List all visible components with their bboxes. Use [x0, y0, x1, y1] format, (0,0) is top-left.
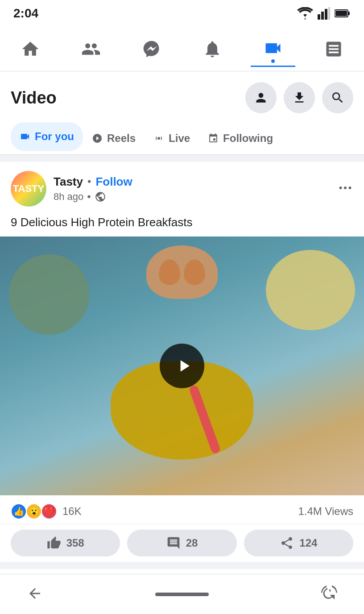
bottom-bar — [0, 574, 364, 614]
egg-1 — [159, 259, 180, 285]
globe-icon — [95, 191, 106, 203]
like-count: 358 — [66, 537, 84, 549]
tabs-row: For you Reels Live Following — [11, 122, 353, 154]
svg-point-7 — [157, 137, 160, 140]
more-options-button-1[interactable] — [337, 180, 353, 198]
reaction-emojis-1: 👍 😮 ❤️ 16K — [11, 503, 82, 519]
status-icons — [297, 7, 351, 20]
rotate-button[interactable] — [321, 585, 337, 603]
post-text-1: 9 Delicious High Protein Breakfasts — [0, 212, 364, 236]
share-icon — [280, 536, 294, 550]
tab-for-you-label: For you — [35, 130, 74, 143]
author-name-row-1: Tasty • Follow — [54, 175, 132, 189]
search-button[interactable] — [322, 82, 353, 113]
battery-icon — [335, 9, 351, 18]
post-card-1: TASTY Tasty • Follow 8h ago • — [0, 162, 364, 562]
food-visual-top — [146, 245, 218, 299]
share-button[interactable]: 124 — [244, 530, 353, 556]
svg-point-8 — [339, 187, 342, 189]
nav-marketplace[interactable] — [311, 31, 356, 67]
header-icons — [245, 82, 353, 113]
comment-icon — [166, 536, 181, 550]
video-content — [0, 236, 364, 495]
food-visual-left — [9, 254, 89, 335]
tab-reels-label: Reels — [107, 132, 136, 145]
egg-2 — [184, 259, 205, 285]
play-tab-icon — [20, 131, 30, 142]
nav-home[interactable] — [8, 31, 53, 67]
post-meta-1: 8h ago • — [54, 191, 132, 203]
page-title: Video — [11, 88, 57, 108]
svg-rect-2 — [325, 9, 327, 20]
profile-button[interactable] — [245, 82, 277, 113]
svg-rect-0 — [318, 14, 320, 20]
reactions-row-1: 👍 😮 ❤️ 16K 1.4M Views — [0, 495, 364, 524]
svg-rect-6 — [335, 11, 347, 16]
post-time-1: 8h ago — [54, 191, 83, 203]
like-emoji: 👍 — [11, 503, 27, 519]
comment-button[interactable]: 28 — [127, 530, 236, 556]
tab-following[interactable]: Following — [199, 122, 282, 154]
food-visual-right — [266, 250, 355, 330]
signal-icon — [318, 7, 330, 20]
nav-notifications[interactable] — [190, 31, 235, 67]
like-button[interactable]: 358 — [11, 530, 120, 556]
svg-point-10 — [349, 187, 352, 189]
video-header: Video For you Reels — [0, 71, 364, 155]
like-action-icon — [47, 536, 61, 550]
profile-icon — [254, 91, 268, 105]
tab-live-label: Live — [169, 132, 190, 145]
nav-friends[interactable] — [69, 31, 113, 67]
play-icon — [174, 356, 194, 376]
comment-count: 28 — [186, 537, 198, 549]
share-count: 124 — [299, 537, 317, 549]
svg-point-9 — [344, 187, 347, 189]
following-icon — [208, 133, 219, 144]
nav-video[interactable] — [251, 31, 295, 67]
author-name-1: Tasty — [54, 175, 83, 189]
play-button-1[interactable] — [160, 344, 204, 388]
wifi-icon — [297, 7, 313, 20]
svg-rect-5 — [348, 12, 350, 15]
status-time: 2:04 — [13, 6, 38, 21]
action-buttons-1: 358 28 124 — [0, 524, 364, 562]
video-header-top: Video — [11, 82, 353, 113]
reels-icon — [92, 133, 103, 144]
live-icon — [153, 133, 164, 144]
download-button[interactable] — [284, 82, 315, 113]
post-author-1: TASTY Tasty • Follow 8h ago • — [11, 171, 132, 207]
meta-dot-1: • — [87, 191, 91, 203]
author-info-1: Tasty • Follow 8h ago • — [54, 175, 132, 203]
tab-following-label: Following — [223, 132, 273, 145]
love-emoji: ❤️ — [41, 503, 57, 519]
avatar-tasty[interactable]: TASTY — [11, 171, 46, 207]
nav-messenger[interactable] — [129, 31, 174, 67]
video-thumbnail-1[interactable] — [0, 236, 364, 495]
tab-live[interactable]: Live — [145, 122, 199, 154]
search-icon — [331, 91, 345, 105]
nav-bar — [0, 27, 364, 71]
back-button[interactable] — [27, 585, 43, 603]
wow-emoji: 😮 — [26, 503, 42, 519]
dot-separator-1: • — [87, 175, 91, 188]
active-indicator — [271, 59, 275, 63]
home-indicator[interactable] — [155, 593, 209, 596]
tab-for-you[interactable]: For you — [11, 122, 83, 151]
status-bar: 2:04 — [0, 0, 364, 27]
views-count: 1.4M Views — [298, 505, 353, 518]
post-header-1: TASTY Tasty • Follow 8h ago • — [0, 162, 364, 212]
tab-reels[interactable]: Reels — [83, 122, 145, 154]
reaction-count: 16K — [62, 505, 82, 518]
svg-rect-3 — [328, 7, 330, 20]
svg-rect-1 — [321, 12, 324, 20]
follow-button-1[interactable]: Follow — [95, 175, 132, 189]
download-icon — [292, 91, 306, 105]
phone-frame: 2:04 — [0, 0, 364, 614]
